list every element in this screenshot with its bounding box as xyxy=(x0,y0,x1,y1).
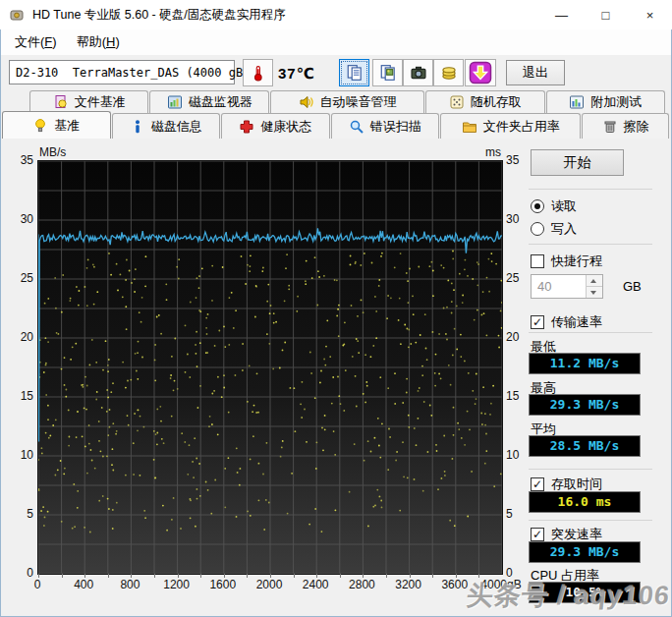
drive-selector-value: D2-310 TerraMaster_DAS (4000 gB) xyxy=(10,66,250,80)
y-tick-label: 20 xyxy=(506,330,519,344)
y-tick-label: 15 xyxy=(506,389,519,403)
x-tick-label: 2400 xyxy=(303,578,329,591)
y-tick-label: 20 xyxy=(8,330,33,344)
radio-write-control[interactable] xyxy=(531,222,544,236)
y-tick-label: 30 xyxy=(506,212,519,226)
close-button[interactable]: × xyxy=(628,0,672,29)
x-tick-label: 0 xyxy=(34,578,41,591)
maximum-value: 29.3 MB/s xyxy=(529,394,641,416)
y-tick-label: 10 xyxy=(8,448,33,462)
info-icon xyxy=(130,119,145,135)
exit-button[interactable]: 退出 xyxy=(506,60,565,85)
screenshot-button[interactable] xyxy=(403,59,433,86)
tab-label: 错误扫描 xyxy=(370,118,421,136)
tab-erase[interactable]: 擦除 xyxy=(582,113,669,139)
minimize-button[interactable]: — xyxy=(539,0,584,29)
short-stroke-unit: GB xyxy=(623,279,642,294)
x-tick-label: 1200 xyxy=(163,578,190,591)
y-tick-label: 5 xyxy=(8,507,33,521)
radio-write[interactable]: 写入 xyxy=(531,220,577,238)
y-axis-unit-right: ms xyxy=(485,145,501,159)
transfer-rate-checkbox[interactable]: ✓ 传输速率 xyxy=(531,313,602,331)
menu-bar: 文件(F) 帮助(H) xyxy=(1,29,671,55)
tab-error-scan[interactable]: 错误扫描 xyxy=(331,113,440,139)
copy-image-button[interactable] xyxy=(372,59,403,86)
y-tick-label: 10 xyxy=(506,448,519,462)
access-time-checkbox-control[interactable]: ✓ xyxy=(531,477,544,491)
y-tick-label: 30 xyxy=(8,212,33,226)
menu-help[interactable]: 帮助(H) xyxy=(67,29,130,55)
y-tick-label: 35 xyxy=(506,153,519,167)
file-benchmark-icon xyxy=(53,94,69,110)
tab-label: 文件基准 xyxy=(75,93,126,111)
start-button[interactable]: 开始 xyxy=(531,149,624,176)
short-stroke-spinner[interactable]: 40 xyxy=(531,274,603,299)
burst-rate-checkbox-control[interactable]: ✓ xyxy=(531,528,544,541)
tab-label: 文件夹占用率 xyxy=(483,118,560,136)
coins-button[interactable] xyxy=(433,59,464,86)
tab-disk-monitor[interactable]: 磁盘监视器 xyxy=(149,90,268,113)
short-stroke-checkbox-control[interactable] xyxy=(531,254,544,268)
coins-icon xyxy=(440,64,458,82)
short-stroke-checkbox[interactable]: 快捷行程 xyxy=(531,252,602,270)
spinner-up-button[interactable] xyxy=(587,275,602,286)
separator xyxy=(529,244,652,245)
tab-benchmark[interactable]: 基准 xyxy=(2,111,111,139)
y-tick-label: 25 xyxy=(8,271,33,285)
speaker-icon xyxy=(299,94,314,110)
tab-label: 基准 xyxy=(54,117,80,135)
x-tick-label: 2800 xyxy=(349,578,375,591)
cpu-usage-value: 10.5% xyxy=(529,582,641,603)
magnifier-icon xyxy=(349,119,364,135)
title-bar: HD Tune 专业版 5.60 - 硬盘/固态硬盘实用程序 — □ × xyxy=(0,0,672,29)
hd-tune-window: { "window": { "title": "HD Tune 专业版 5.60… xyxy=(0,0,672,617)
tab-health[interactable]: 健康状态 xyxy=(221,113,330,139)
update-button[interactable] xyxy=(465,59,496,86)
temperature-button[interactable] xyxy=(243,59,273,86)
y-tick-label: 35 xyxy=(8,153,33,167)
radio-read-label: 读取 xyxy=(551,197,577,215)
y-tick-label: 5 xyxy=(506,507,513,521)
tab-label: 附加测试 xyxy=(590,93,642,111)
tab-row-secondary: 文件基准 磁盘监视器 自动噪音管理 随机存取 xyxy=(0,90,672,113)
lightbulb-icon xyxy=(32,118,48,134)
radio-read-control[interactable] xyxy=(531,199,544,213)
y-tick-label: 25 xyxy=(506,271,519,285)
transfer-rate-checkbox-control[interactable]: ✓ xyxy=(531,315,544,329)
x-tick-label: 3600 xyxy=(441,578,468,591)
toolbar: D2-310 TerraMaster_DAS (4000 gB) 37℃ xyxy=(1,55,671,90)
tab-label: 自动噪音管理 xyxy=(320,93,397,111)
average-value: 28.5 MB/s xyxy=(529,435,641,457)
tab-row-primary: 基准 磁盘信息 健康状态 错误扫描 xyxy=(0,113,672,139)
radio-read[interactable]: 读取 xyxy=(531,197,577,215)
tab-extra-tests[interactable]: 附加测试 xyxy=(546,90,665,113)
x-tick-label: 800 xyxy=(120,578,140,591)
tab-label: 随机存取 xyxy=(471,93,522,111)
separator xyxy=(529,189,652,190)
separator xyxy=(529,469,652,470)
tab-auto-acoustic[interactable]: 自动噪音管理 xyxy=(270,90,424,113)
drive-selector[interactable]: D2-310 TerraMaster_DAS (4000 gB) xyxy=(9,60,235,84)
tab-disk-info[interactable]: 磁盘信息 xyxy=(112,113,221,139)
y-tick-label: 0 xyxy=(8,566,33,580)
copy-text-icon xyxy=(346,64,364,82)
x-tick-label: 2000 xyxy=(256,578,283,591)
tab-random-access[interactable]: 随机存取 xyxy=(425,90,544,113)
tab-label: 健康状态 xyxy=(260,118,311,136)
benchmark-plot-svg xyxy=(38,161,502,574)
app-icon xyxy=(9,7,25,23)
benchmark-plot xyxy=(37,160,503,575)
tab-label: 擦除 xyxy=(624,118,649,136)
tab-file-benchmark[interactable]: 文件基准 xyxy=(29,90,148,113)
health-cross-icon xyxy=(239,119,254,135)
maximize-button[interactable]: □ xyxy=(584,0,628,29)
tab-folder-usage[interactable]: 文件夹占用率 xyxy=(440,113,581,139)
copy-text-button[interactable] xyxy=(339,59,369,86)
access-time-value: 16.0 ms xyxy=(529,491,641,513)
tab-label: 磁盘信息 xyxy=(151,118,202,136)
x-tick-label: 4000gB xyxy=(480,578,521,591)
spinner-down-button[interactable] xyxy=(587,286,602,298)
menu-file[interactable]: 文件(F) xyxy=(5,29,67,55)
disk-monitor-icon xyxy=(167,94,183,110)
download-arrow-icon xyxy=(469,61,492,84)
